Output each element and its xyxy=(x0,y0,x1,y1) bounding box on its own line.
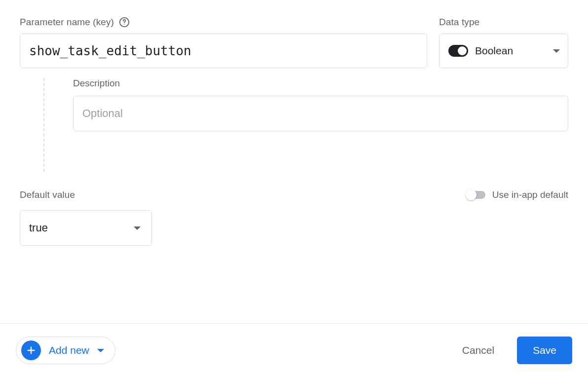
use-in-app-default-switch[interactable] xyxy=(467,191,485,199)
footer: Add new Cancel Save xyxy=(0,323,588,377)
parameter-name-label: Parameter name (key) xyxy=(20,17,427,28)
data-type-value: Boolean xyxy=(475,45,546,57)
add-new-button[interactable]: Add new xyxy=(16,337,115,364)
data-type-select[interactable]: Boolean xyxy=(439,34,568,68)
svg-point-1 xyxy=(124,24,124,25)
default-value-label: Default value xyxy=(20,189,75,200)
use-in-app-default-label: Use in-app default xyxy=(492,189,568,200)
cancel-button[interactable]: Cancel xyxy=(459,344,497,357)
chevron-down-icon xyxy=(134,226,141,230)
description-label: Description xyxy=(73,78,568,89)
chevron-down-icon xyxy=(553,49,560,53)
parameter-name-label-text: Parameter name (key) xyxy=(20,17,114,28)
chevron-down-icon xyxy=(97,349,104,352)
boolean-icon xyxy=(448,45,468,57)
save-button[interactable]: Save xyxy=(517,337,572,364)
add-new-label: Add new xyxy=(49,344,89,356)
plus-icon xyxy=(21,340,41,360)
default-value-selected: true xyxy=(29,222,48,234)
parameter-name-input[interactable] xyxy=(20,34,427,68)
default-value-select[interactable]: true xyxy=(20,210,152,246)
description-input[interactable] xyxy=(73,96,568,131)
help-icon[interactable] xyxy=(119,17,130,28)
data-type-label: Data type xyxy=(439,17,568,28)
tree-line xyxy=(43,78,67,172)
